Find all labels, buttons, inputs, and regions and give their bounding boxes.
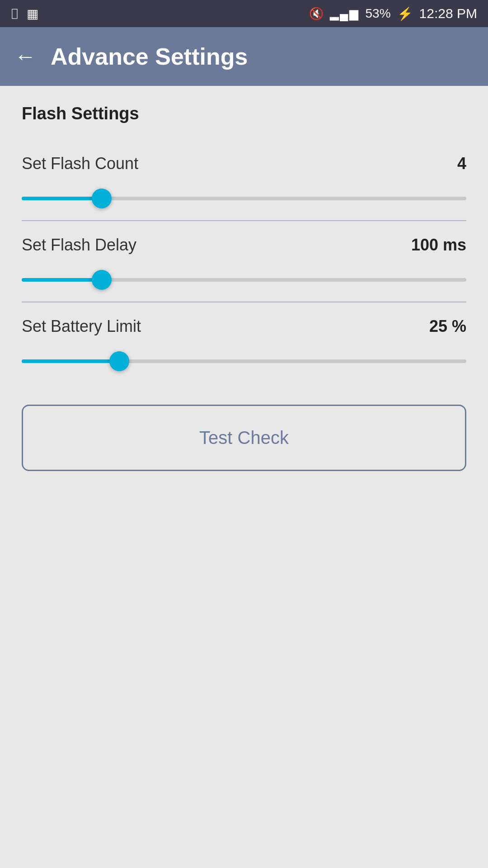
settings-card: Flash Settings Set Flash Count 4 Set Fla… xyxy=(22,104,466,383)
app-bar: ← Advance Settings xyxy=(0,27,488,86)
battery-limit-row: Set Battery Limit 25 % xyxy=(22,302,466,383)
battery-icon: ⚡ xyxy=(397,6,413,21)
flash-settings-header: Flash Settings xyxy=(22,104,466,123)
battery-limit-thumb[interactable] xyxy=(109,351,129,371)
flash-count-row: Set Flash Count 4 xyxy=(22,140,466,221)
status-bar-right: 🔇 ▂▄▆ 53% ⚡ 12:28 PM xyxy=(309,6,477,21)
flash-delay-value: 100 ms xyxy=(411,236,466,255)
flash-count-label-row: Set Flash Count 4 xyxy=(22,154,466,173)
page-title: Advance Settings xyxy=(51,43,248,70)
usb-icon: ⌷ xyxy=(11,6,19,21)
flash-delay-label: Set Flash Delay xyxy=(22,236,136,255)
flash-count-value: 4 xyxy=(457,154,466,173)
status-time: 12:28 PM xyxy=(419,6,477,21)
battery-limit-track xyxy=(22,359,466,363)
battery-percent: 53% xyxy=(366,6,391,21)
flash-delay-track xyxy=(22,278,466,282)
content-area: Flash Settings Set Flash Count 4 Set Fla… xyxy=(0,86,488,489)
battery-limit-value: 25 % xyxy=(429,317,466,336)
signal-icon: ▂▄▆ xyxy=(330,7,359,21)
flash-delay-row: Set Flash Delay 100 ms xyxy=(22,221,466,302)
status-bar-left: ⌷ ▦ xyxy=(11,6,38,21)
battery-limit-label: Set Battery Limit xyxy=(22,317,141,336)
battery-limit-label-row: Set Battery Limit 25 % xyxy=(22,317,466,336)
back-button[interactable]: ← xyxy=(14,46,36,67)
flash-count-slider[interactable] xyxy=(22,188,466,209)
status-bar: ⌷ ▦ 🔇 ▂▄▆ 53% ⚡ 12:28 PM xyxy=(0,0,488,27)
flash-count-thumb[interactable] xyxy=(92,189,112,208)
flash-delay-fill xyxy=(22,278,102,282)
flash-delay-thumb[interactable] xyxy=(92,270,112,290)
battery-limit-slider[interactable] xyxy=(22,350,466,372)
flash-count-track xyxy=(22,197,466,200)
flash-delay-label-row: Set Flash Delay 100 ms xyxy=(22,236,466,255)
flash-count-fill xyxy=(22,197,102,200)
image-icon: ▦ xyxy=(27,6,38,21)
test-check-button[interactable]: Test Check xyxy=(22,405,466,471)
mute-icon: 🔇 xyxy=(309,7,324,21)
battery-limit-fill xyxy=(22,359,119,363)
flash-count-label: Set Flash Count xyxy=(22,154,138,173)
flash-delay-slider[interactable] xyxy=(22,269,466,291)
